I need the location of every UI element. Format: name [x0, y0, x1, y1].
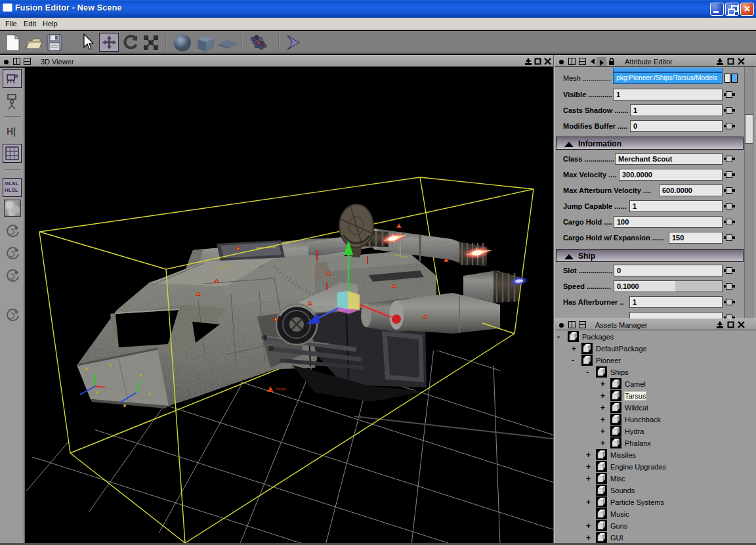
svg-text:Danger: Danger — [276, 387, 287, 391]
